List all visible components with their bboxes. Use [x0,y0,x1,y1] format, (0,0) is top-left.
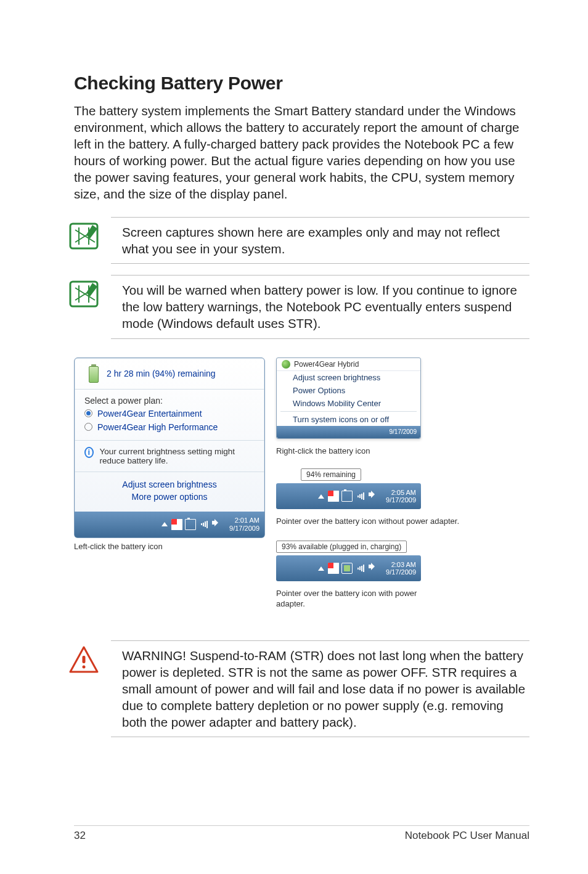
ctx-adjust-brightness[interactable]: Adjust screen brightness [277,371,420,384]
context-menu-separator [280,411,417,412]
radio-icon [84,423,92,431]
plan-label: Power4Gear Entertainment [97,409,202,419]
page-number: 32 [74,830,86,842]
power-plan-high-performance[interactable]: Power4Gear High Performance [84,420,255,434]
tray-clock[interactable]: 2:03 AM 9/17/2009 [386,561,416,576]
doc-title: Notebook PC User Manual [405,830,529,842]
context-menu: Power4Gear Hybrid Adjust screen brightne… [276,357,421,439]
select-plan-label: Select a power plan: [75,390,264,407]
network-icon[interactable] [355,563,366,574]
ctx-system-icons[interactable]: Turn system icons on or off [277,413,420,426]
note-icon [68,279,100,309]
taskbar-left: 2:01 AM 9/17/2009 [75,512,264,537]
power4gear-icon [282,360,290,369]
battery-popup: 2 hr 28 min (94%) remaining Select a pow… [74,357,265,538]
intro-paragraph: The battery system implements the Smart … [74,102,529,202]
show-hidden-icon[interactable] [318,494,324,499]
brightness-note: i Your current brightness setting might … [75,440,264,472]
note-text-1: Screen captures shown here are examples … [122,225,500,256]
speaker-icon[interactable] [369,491,380,502]
flag-icon[interactable] [328,491,339,502]
context-menu-title: Power4Gear Hybrid [277,358,420,371]
battery-remaining-text: 2 hr 28 min (94%) remaining [107,369,216,378]
battery-charging-tray-icon[interactable] [341,563,353,574]
tray-time-text: 2:05 AM [386,489,416,496]
radio-selected-icon [84,409,92,417]
figure-right-column: Power4Gear Hybrid Adjust screen brightne… [276,357,510,610]
tray-date-text: 9/17/2009 [229,525,259,532]
network-icon[interactable] [198,519,210,530]
warning-text: WARNING! Suspend-to-RAM (STR) does not l… [122,648,525,729]
battery-status-row: 2 hr 28 min (94%) remaining [75,358,264,390]
tooltip-charging: 93% available (plugged in, charging) [276,541,407,553]
tray-icons [328,491,382,502]
tray-date-text: 9/17/2009 [386,496,416,504]
battery-tray-icon[interactable] [185,519,196,530]
figure-left-column: 2 hr 28 min (94%) remaining Select a pow… [74,357,265,552]
figures-row: 2 hr 28 min (94%) remaining Select a pow… [74,357,529,610]
context-menu-mini-tray: 9/17/2009 [277,426,420,438]
speaker-icon[interactable] [212,519,223,530]
taskbar-right-2: 2:03 AM 9/17/2009 [276,555,421,581]
tray-time-text: 2:01 AM [229,517,259,524]
ctx-mobility-center[interactable]: Windows Mobility Center [277,397,420,410]
tray-clock[interactable]: 2:05 AM 9/17/2009 [386,489,416,504]
power-plan-entertainment[interactable]: Power4Gear Entertainment [84,407,255,420]
page-footer: 32 Notebook PC User Manual [74,825,529,842]
caption-left: Left-click the battery icon [74,542,265,552]
flag-icon[interactable] [328,563,339,574]
tooltip-remaining: 94% remaining [301,468,361,481]
info-icon: i [84,447,94,458]
note-icon [68,221,100,251]
page-title: Checking Battery Power [74,73,529,94]
brightness-note-text: Your current brightness setting might re… [100,447,255,465]
tray-icons [171,519,226,530]
note-text-2: You will be warned when battery power is… [122,283,517,330]
tray-date-text: 9/17/2009 [386,568,416,576]
power-plans: Power4Gear Entertainment Power4Gear High… [75,407,264,440]
tray-icons [328,563,382,574]
note-block-2: You will be warned when battery power is… [111,275,529,338]
warning-block: WARNING! Suspend-to-RAM (STR) does not l… [111,640,529,737]
tray-clock[interactable]: 2:01 AM 9/17/2009 [229,517,259,531]
speaker-icon[interactable] [369,563,380,574]
caption-right-3: Pointer over the battery icon with power… [276,589,436,610]
more-power-options-link[interactable]: More power options [75,491,264,503]
plan-label: Power4Gear High Performance [97,422,218,432]
battery-icon [87,364,100,383]
show-hidden-icon[interactable] [318,566,324,571]
flag-icon[interactable] [171,519,182,530]
caption-right-1: Right-click the battery icon [276,446,370,457]
battery-tray-icon[interactable] [341,491,353,502]
svg-point-2 [83,666,86,669]
taskbar-right-1: 2:05 AM 9/17/2009 [276,483,421,509]
warning-icon [68,645,100,674]
svg-rect-3 [83,656,86,663]
mini-tray-date: 9/17/2009 [390,428,417,435]
tray-time-text: 2:03 AM [386,561,416,568]
network-icon[interactable] [355,491,366,502]
context-menu-title-text: Power4Gear Hybrid [294,360,359,369]
popup-links: Adjust screen brightness More power opti… [75,472,264,512]
note-block-1: Screen captures shown here are examples … [111,217,529,264]
caption-right-2: Pointer over the battery icon without po… [276,517,459,527]
adjust-brightness-link[interactable]: Adjust screen brightness [75,478,264,491]
show-hidden-icon[interactable] [161,522,168,526]
ctx-power-options[interactable]: Power Options [277,384,420,397]
